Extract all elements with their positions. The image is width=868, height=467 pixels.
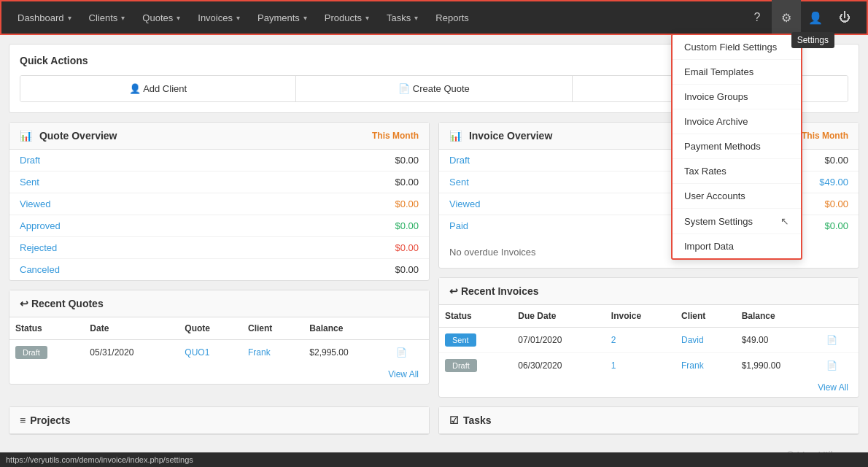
recent-invoices-card: ↩ Recent Invoices Status Due Date Invoic… [438, 277, 859, 398]
col-actions [390, 317, 429, 340]
projects-section: ≡ Projects [9, 406, 430, 435]
create-quote-button[interactable]: 📄 Create Quote [296, 76, 572, 101]
quote-rejected-value: $0.00 [253, 237, 429, 259]
quote-row-number[interactable]: QUO1 [179, 340, 242, 366]
gear-icon: ⚙ [781, 11, 791, 25]
invoice-row-view-icon[interactable]: 📄 [821, 328, 859, 353]
dropdown-item-invoice-archive[interactable]: Invoice Archive [673, 109, 801, 134]
chevron-down-icon: ▾ [303, 14, 307, 22]
help-button[interactable]: ? [743, 0, 772, 35]
col-quote: Quote [179, 317, 242, 340]
cursor-icon: ↖ [780, 215, 789, 227]
quote-viewed-label[interactable]: Viewed [9, 193, 253, 215]
quote-overview-header: 📊 Quote Overview This Month [9, 123, 429, 150]
col-client: Client [242, 317, 303, 340]
quote-row-date: 05/31/2020 [84, 340, 179, 366]
nav-item-clients[interactable]: Clients ▾ [80, 0, 134, 35]
table-row: Sent 07/01/2020 2 David $49.00 📄 [439, 328, 859, 353]
table-row: Draft 06/30/2020 1 Frank $1,990.00 📄 [439, 353, 859, 379]
invoice-row-balance: $49.00 [736, 328, 821, 353]
dropdown-item-email-templates[interactable]: Email Templates [673, 60, 801, 85]
nav-item-reports[interactable]: Reports [427, 0, 478, 35]
quote-overview-card: 📊 Quote Overview This Month Draft $0.00 … [9, 122, 430, 281]
dropdown-item-system-settings[interactable]: System Settings ↖ [673, 209, 801, 234]
chevron-down-icon: ▾ [236, 14, 240, 22]
col-invoice: Invoice [605, 305, 675, 328]
invoice-row-number[interactable]: 2 [605, 328, 675, 353]
quote-sent-value: $0.00 [253, 171, 429, 193]
col-due-date: Due Date [512, 305, 605, 328]
dropdown-item-user-accounts[interactable]: User Accounts [673, 184, 801, 209]
quote-row-balance: $2,995.00 [303, 340, 390, 366]
dropdown-item-import-data[interactable]: Import Data [673, 234, 801, 258]
quote-row-status: Draft [9, 340, 84, 366]
invoice-row-status: Sent [439, 328, 512, 353]
recent-quotes-header: ↩ Recent Quotes [9, 290, 429, 317]
quote-rejected-label[interactable]: Rejected [9, 237, 253, 259]
quote-canceled-value: $0.00 [253, 259, 429, 281]
table-row: Viewed $0.00 [9, 193, 429, 215]
invoice-sent-label[interactable]: Sent [439, 171, 653, 193]
quote-draft-label[interactable]: Draft [9, 150, 253, 171]
power-icon: ⏻ [839, 11, 850, 24]
quote-approved-label[interactable]: Approved [9, 215, 253, 237]
quote-draft-value: $0.00 [253, 150, 429, 171]
quote-overview-table: Draft $0.00 Sent $0.00 Viewed $0.00 Ap [9, 150, 429, 280]
settings-button[interactable]: ⚙ [772, 0, 801, 35]
nav-item-tasks[interactable]: Tasks ▾ [378, 0, 427, 35]
chevron-down-icon: ▾ [414, 14, 418, 22]
invoice-viewed-label[interactable]: Viewed [439, 193, 653, 215]
invoice-row-due-date: 07/01/2020 [512, 328, 605, 353]
invoice-row-balance2: $1,990.00 [736, 353, 821, 379]
table-row: Rejected $0.00 [9, 237, 429, 259]
nav-item-products[interactable]: Products ▾ [316, 0, 378, 35]
chevron-down-icon: ▾ [177, 14, 180, 22]
col-date: Date [84, 317, 179, 340]
add-client-button[interactable]: 👤 Add Client [20, 76, 296, 101]
invoice-row-number2[interactable]: 1 [605, 353, 675, 379]
dropdown-item-invoice-groups[interactable]: Invoice Groups [673, 85, 801, 109]
quotes-view-all[interactable]: View All [9, 365, 429, 384]
table-row: Sent $0.00 [9, 171, 429, 193]
invoice-row-due-date2: 06/30/2020 [512, 353, 605, 379]
nav-item-quotes[interactable]: Quotes ▾ [133, 0, 189, 35]
invoice-row-client[interactable]: David [675, 328, 736, 353]
quote-canceled-label[interactable]: Canceled [9, 259, 253, 281]
projects-header: ≡ Projects [9, 407, 429, 434]
col-client: Client [675, 305, 736, 328]
col-balance: Balance [303, 317, 390, 340]
navbar: Dashboard ▾ Clients ▾ Quotes ▾ Invoices … [0, 0, 868, 35]
power-button[interactable]: ⏻ [830, 0, 859, 35]
history-icon2: ↩ [449, 285, 461, 297]
invoices-view-all[interactable]: View All [439, 378, 859, 397]
recent-invoices-table: Status Due Date Invoice Client Balance S… [439, 305, 859, 378]
chart-icon2: 📊 [449, 130, 462, 142]
dropdown-item-tax-rates[interactable]: Tax Rates [673, 159, 801, 184]
quote-row-client[interactable]: Frank [242, 340, 303, 366]
dropdown-item-custom-field-settings[interactable]: Custom Field Settings [673, 35, 801, 60]
chart-icon: 📊 [20, 130, 32, 142]
col-actions [821, 305, 859, 328]
invoice-draft-label[interactable]: Draft [439, 150, 653, 171]
nav-item-payments[interactable]: Payments ▾ [249, 0, 316, 35]
chevron-down-icon: ▾ [68, 14, 71, 22]
recent-quotes-table: Status Date Quote Client Balance Draft 0… [9, 317, 429, 365]
nav-item-dashboard[interactable]: Dashboard ▾ [9, 0, 80, 35]
status-bar: https://veryutils.com/demo/invoice/index… [0, 452, 868, 467]
quote-row-view-icon[interactable]: 📄 [390, 340, 429, 366]
col-balance: Balance [736, 305, 821, 328]
invoice-row-status2: Draft [439, 353, 512, 379]
user-button[interactable]: 👤 [801, 0, 830, 35]
tasks-section: ☑ Tasks [438, 406, 859, 435]
invoice-row-client2[interactable]: Frank [675, 353, 736, 379]
chevron-down-icon: ▾ [121, 14, 125, 22]
quote-sent-label[interactable]: Sent [9, 171, 253, 193]
dropdown-item-payment-methods[interactable]: Payment Methods [673, 134, 801, 159]
invoice-row-view-icon2[interactable]: 📄 [821, 353, 859, 379]
help-icon: ? [754, 11, 761, 24]
nav-item-invoices[interactable]: Invoices ▾ [189, 0, 249, 35]
table-row: Approved $0.00 [9, 215, 429, 237]
table-row: Draft $0.00 [9, 150, 429, 171]
col-status: Status [439, 305, 512, 328]
invoice-paid-label[interactable]: Paid [439, 215, 653, 237]
